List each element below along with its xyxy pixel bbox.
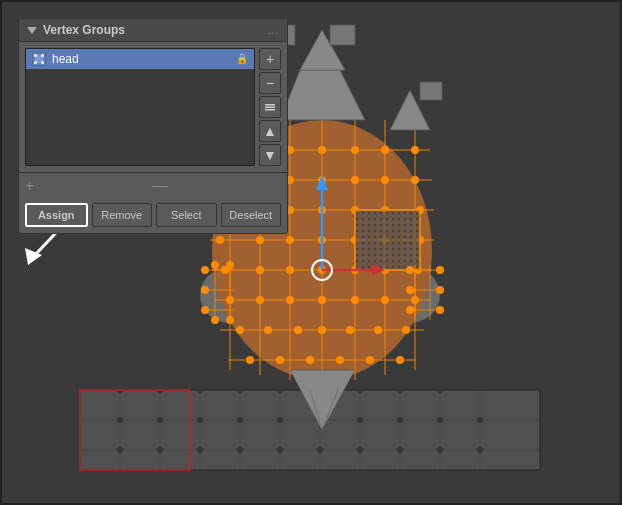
svg-point-85 [256,236,264,244]
svg-point-66 [318,146,326,154]
svg-point-26 [237,417,243,423]
svg-point-100 [286,296,294,304]
svg-point-148 [226,261,234,269]
svg-rect-133 [420,82,442,100]
svg-point-23 [117,417,123,423]
svg-point-21 [397,387,403,393]
svg-point-145 [201,286,209,294]
svg-rect-118 [355,210,420,270]
svg-point-112 [246,356,254,364]
remove-button[interactable]: Remove [92,203,153,227]
svg-point-155 [436,286,444,294]
svg-point-147 [211,261,219,269]
svg-point-35 [197,447,203,453]
svg-point-18 [277,387,283,393]
svg-point-103 [381,296,389,304]
lock-icon: 🔒 [236,53,248,65]
svg-point-25 [197,417,203,423]
svg-point-149 [211,316,219,324]
svg-point-36 [237,447,243,453]
svg-point-39 [357,447,363,453]
deselect-button[interactable]: Deselect [221,203,282,227]
svg-point-30 [397,417,403,423]
svg-point-146 [201,306,209,314]
svg-point-144 [201,266,209,274]
group-item[interactable]: head 🔒 [26,49,254,69]
svg-point-109 [346,326,354,334]
svg-point-29 [357,417,363,423]
group-list: head 🔒 [25,48,255,166]
panel-footer: + — [19,172,287,199]
panel-actions: Assign Remove Select Deselect [19,199,287,233]
svg-point-150 [226,316,234,324]
svg-point-22 [437,387,443,393]
svg-point-75 [381,176,389,184]
svg-point-41 [437,447,443,453]
viewport: Vertex Groups ... head 🔒 [0,0,622,505]
svg-point-107 [294,326,302,334]
svg-point-153 [406,306,414,314]
move-down-button[interactable]: ▼ [259,144,281,166]
vertex-groups-panel: Vertex Groups ... head 🔒 [18,18,288,234]
footer-add-button[interactable]: + [25,177,34,195]
svg-point-108 [318,326,326,334]
svg-point-111 [402,326,410,334]
footer-minus-element: — [38,177,281,195]
svg-point-106 [264,326,272,334]
svg-point-17 [237,387,243,393]
svg-rect-131 [330,25,355,45]
svg-point-99 [256,296,264,304]
assign-button[interactable]: Assign [25,203,88,227]
svg-point-110 [374,326,382,334]
svg-point-31 [437,417,443,423]
panel-header: Vertex Groups ... [19,19,287,42]
svg-point-151 [406,266,414,274]
svg-point-16 [197,387,203,393]
svg-point-168 [41,61,44,64]
svg-point-154 [436,266,444,274]
svg-point-32 [477,417,483,423]
svg-point-68 [381,146,389,154]
svg-point-38 [317,447,323,453]
svg-point-116 [366,356,374,364]
specials-button[interactable] [259,96,281,118]
add-group-button[interactable]: + [259,48,281,70]
svg-point-24 [157,417,163,423]
select-button[interactable]: Select [156,203,217,227]
svg-point-69 [411,146,419,154]
svg-point-20 [357,387,363,393]
svg-point-156 [436,306,444,314]
svg-point-165 [34,54,37,57]
svg-point-102 [351,296,359,304]
vertex-group-icon [32,52,46,66]
svg-point-105 [236,326,244,334]
svg-point-67 [351,146,359,154]
svg-point-34 [157,447,163,453]
svg-point-117 [396,356,404,364]
svg-point-86 [286,236,294,244]
svg-rect-171 [265,109,275,111]
svg-point-101 [318,296,326,304]
svg-point-84 [216,236,224,244]
panel-side-buttons: + − ▲ ▼ [259,48,281,166]
remove-group-button[interactable]: − [259,72,281,94]
svg-point-27 [277,417,283,423]
svg-point-114 [306,356,314,364]
svg-point-93 [286,266,294,274]
svg-rect-170 [265,107,275,109]
svg-rect-169 [265,104,275,106]
collapse-triangle-icon[interactable] [27,27,37,34]
group-item-label: head [52,52,230,66]
svg-point-33 [117,447,123,453]
svg-point-115 [336,356,344,364]
svg-point-152 [406,286,414,294]
svg-point-42 [477,447,483,453]
move-up-button[interactable]: ▲ [259,120,281,142]
svg-point-74 [351,176,359,184]
panel-title: Vertex Groups [43,23,262,37]
panel-body: head 🔒 + − ▲ [19,42,287,172]
svg-point-166 [41,54,44,57]
svg-point-113 [276,356,284,364]
panel-dots: ... [268,25,279,36]
svg-point-76 [411,176,419,184]
